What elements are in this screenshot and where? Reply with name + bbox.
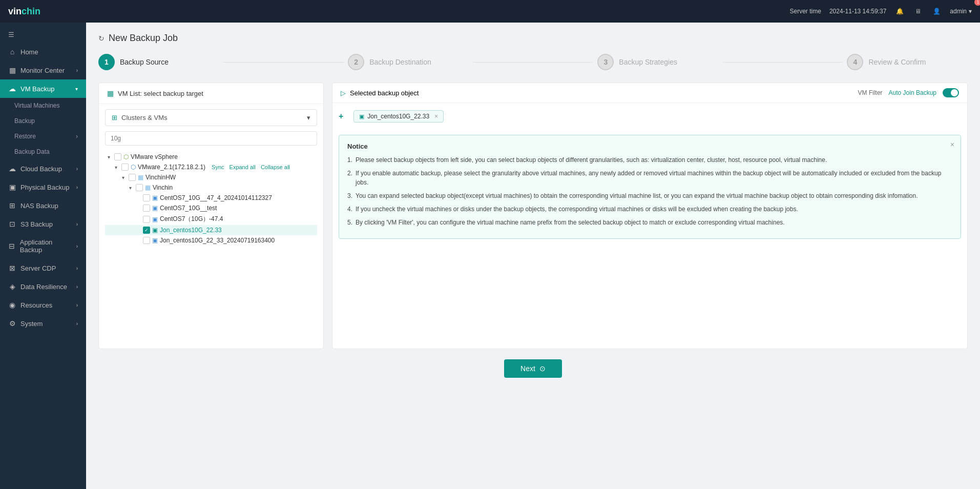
vm-tree: ▾ ⬡ VMware vSphere ▾ ⬡ VMware_2.1(172.18… — [99, 150, 323, 349]
vsphere-checkbox[interactable] — [114, 153, 121, 160]
clusters-bar[interactable]: ⊞ Clusters & VMs ▾ — [105, 109, 317, 126]
cloud-arrow-icon: › — [76, 166, 78, 172]
vm-list-title: VM List: select backup target — [118, 90, 203, 97]
sidebar-toggle[interactable]: ☰ — [0, 27, 86, 43]
notice-close-button[interactable]: × — [950, 140, 954, 149]
system-icon: ⚙ — [8, 319, 16, 328]
vinchin-expand-icon[interactable]: ▾ — [127, 184, 134, 191]
tree-item-vinchinHW[interactable]: ▾ ▦ VinchinHW — [105, 172, 317, 182]
refresh-icon[interactable]: ↻ — [98, 34, 105, 43]
jon-centos-label: Jon_centos10G_22.33 — [160, 227, 222, 234]
vinchinHW-expand-icon[interactable]: ▾ — [119, 174, 127, 181]
centos47-vm-icon: ▣ — [152, 194, 158, 201]
sidebar-item-cloud-backup[interactable]: ☁ Cloud Backup › — [0, 159, 86, 178]
jon-centos-bak-vm-icon: ▣ — [152, 237, 158, 244]
topbar-right: Server time 2024-11-13 14:59:37 🔔1 🖥 👤 a… — [790, 6, 972, 16]
right-panel-header-right: VM Filter Auto Join Backup — [858, 88, 959, 97]
jon-centos-spacer — [134, 227, 141, 234]
sidebar-item-monitor[interactable]: ▦ Monitor Center › — [0, 61, 86, 79]
vinchinHW-checkbox[interactable] — [129, 174, 136, 181]
centos47-checkbox[interactable] — [143, 194, 150, 201]
centos-test-checkbox[interactable] — [143, 205, 150, 212]
wizard-steps: 1 Backup Source 2 Backup Destination 3 B… — [98, 54, 968, 70]
jon-centos-checkbox[interactable] — [143, 227, 150, 234]
sidebar-item-server-cdp[interactable]: ⊠ Server CDP › — [0, 259, 86, 277]
step-4-circle: 4 — [847, 54, 863, 70]
vmware21-expand-icon[interactable]: ▾ — [112, 164, 119, 171]
jon-centos-bak-label: Jon_centos10G_22_33_20240719163400 — [160, 237, 275, 244]
sidebar-label-data-resilience: Data Resilience — [20, 283, 67, 291]
sidebar-item-virtual-machines[interactable]: Virtual Machines — [14, 98, 86, 113]
sidebar-item-nas-backup[interactable]: ⊞ NAS Backup — [0, 196, 86, 215]
tree-item-vmware21[interactable]: ▾ ⬡ VMware_2.1(172.18.2.1) Sync Expand a… — [105, 162, 317, 172]
sidebar-item-physical-backup[interactable]: ▣ Physical Backup › — [0, 178, 86, 196]
sidebar: ☰ ⌂ Home ▦ Monitor Center › ☁ VM Backup … — [0, 23, 86, 489]
tree-item-vinchin[interactable]: ▾ ▦ Vinchin — [105, 182, 317, 193]
notice-item-1: Please select backup objects from left s… — [347, 155, 952, 165]
sidebar-item-backup[interactable]: Backup — [14, 113, 86, 129]
vsphere-expand-icon[interactable]: ▾ — [105, 153, 112, 160]
user-chevron-icon: ▾ — [969, 8, 972, 15]
sidebar-item-data-resilience[interactable]: ◈ Data Resilience › — [0, 277, 86, 296]
left-panel: ▦ VM List: select backup target ⊞ Cluste… — [98, 83, 324, 349]
centos-test-spacer — [134, 205, 141, 212]
step-line-1 — [223, 62, 344, 63]
step-2-label: Backup Destination — [369, 58, 431, 66]
sidebar-item-resources[interactable]: ◉ Resources › — [0, 296, 86, 314]
auto-join-toggle[interactable] — [943, 88, 959, 97]
next-button[interactable]: Next ⊙ — [504, 359, 562, 378]
data-resilience-icon: ◈ — [8, 282, 16, 291]
sidebar-item-system[interactable]: ⚙ System › — [0, 314, 86, 333]
tree-item-centos-test[interactable]: ▣ CentOS7_10G__test — [105, 203, 317, 213]
notice-box: Notice × Please select backup objects fr… — [339, 135, 961, 239]
vm-filter-label: VM Filter — [858, 89, 883, 96]
sidebar-item-home[interactable]: ⌂ Home — [0, 43, 86, 61]
notification-icon[interactable]: 🔔1 — [894, 6, 905, 16]
jon-centos-bak-spacer — [134, 237, 141, 244]
sidebar-item-s3-backup[interactable]: ⊡ S3 Backup › — [0, 215, 86, 233]
vm-backup-submenu: Virtual Machines Backup Restore › Backup… — [0, 98, 86, 159]
resilience-arrow-icon: › — [76, 284, 78, 290]
sidebar-label-server-cdp: Server CDP — [20, 264, 56, 272]
tag-close-button[interactable]: × — [434, 113, 438, 120]
sidebar-label-cloud-backup: Cloud Backup — [20, 165, 62, 173]
sidebar-item-restore[interactable]: Restore › — [14, 129, 86, 144]
centos47-4-vm-icon: ▣ — [152, 216, 158, 223]
monitor-icon[interactable]: 🖥 — [913, 6, 923, 16]
tag-label: Jon_centos10G_22.33 — [367, 113, 429, 120]
search-input[interactable]: 10g — [105, 131, 317, 146]
virtual-machines-label: Virtual Machines — [14, 102, 60, 109]
centos47-4-spacer — [134, 216, 141, 223]
sidebar-label-vm-backup: VM Backup — [20, 85, 54, 93]
sidebar-label-system: System — [20, 320, 43, 328]
step-line-2 — [473, 62, 594, 63]
tree-item-jon-centos[interactable]: ▣ Jon_centos10G_22.33 — [105, 225, 317, 235]
centos47-4-label: CentOS7（10G）-47.4 — [160, 215, 223, 223]
tree-item-centos47[interactable]: ▣ CentOS7_10G__47_4_20241014112327 — [105, 193, 317, 203]
sidebar-item-backup-data[interactable]: Backup Data — [14, 144, 86, 159]
vmware21-actions: Sync Expand all Collapse all — [212, 164, 290, 170]
collapse-all-button[interactable]: Collapse all — [261, 164, 290, 170]
sidebar-item-vm-backup[interactable]: ☁ VM Backup ▾ — [0, 79, 86, 98]
tree-item-centos47-4[interactable]: ▣ CentOS7（10G）-47.4 — [105, 213, 317, 225]
expand-all-button[interactable]: Expand all — [230, 164, 256, 170]
vinchin-checkbox[interactable] — [136, 184, 143, 191]
add-backup-object-button[interactable]: + — [339, 112, 343, 121]
jon-centos-bak-checkbox[interactable] — [143, 237, 150, 244]
centos47-label: CentOS7_10G__47_4_20241014112327 — [160, 194, 272, 201]
next-icon: ⊙ — [539, 364, 546, 373]
vsphere-icon: ⬡ — [123, 153, 129, 160]
user-menu[interactable]: admin ▾ — [950, 8, 972, 15]
step-2-circle: 2 — [348, 54, 364, 70]
tree-item-jon-centos-bak[interactable]: ▣ Jon_centos10G_22_33_20240719163400 — [105, 235, 317, 246]
jon-centos-vm-icon: ▣ — [152, 227, 158, 234]
sidebar-label-s3-backup: S3 Backup — [20, 220, 53, 228]
tree-item-vsphere[interactable]: ▾ ⬡ VMware vSphere — [105, 152, 317, 162]
sidebar-item-application-backup[interactable]: ⊟ Application Backup › — [0, 233, 86, 259]
centos47-4-checkbox[interactable] — [143, 216, 150, 223]
vmware21-checkbox[interactable] — [121, 164, 129, 171]
step-4-label: Review & Confirm — [868, 58, 926, 66]
sync-button[interactable]: Sync — [212, 164, 224, 170]
notice-item-2: If you enable automatic backup, please s… — [347, 169, 952, 187]
footer: Next ⊙ — [98, 349, 968, 383]
